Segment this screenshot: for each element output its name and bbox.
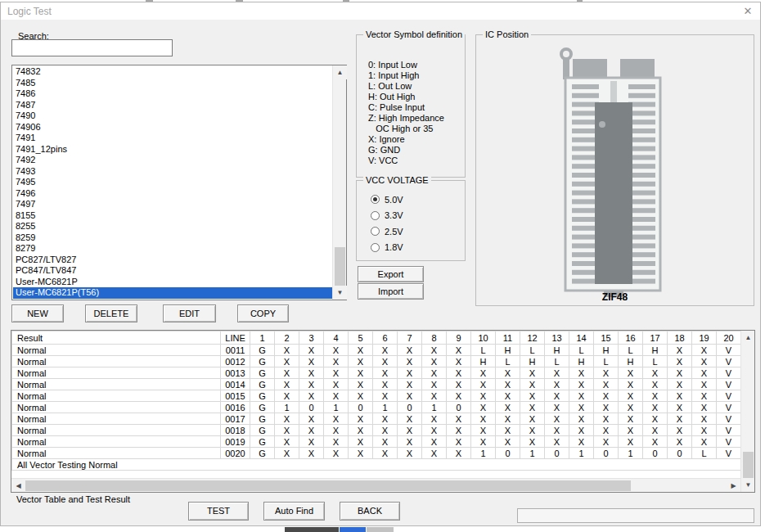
result-row[interactable]: Normal0018GXXXXXXXXXXXXXXXXXXV (12, 425, 741, 436)
vcc-option-5.0V[interactable]: 5.0V (371, 192, 403, 208)
result-cell: 0 (643, 448, 668, 459)
result-row[interactable]: Normal0017GXXXXXXXXXXXXXXXXXXV (12, 413, 741, 425)
result-cell: X (643, 367, 668, 379)
scrollbar-thumb[interactable] (25, 480, 631, 491)
ic-list-scrollbar[interactable]: ▲ ▼ (332, 65, 346, 300)
scroll-left-icon[interactable]: ◀ (11, 479, 25, 493)
result-cell: X (545, 379, 569, 390)
new-button[interactable]: NEW (11, 304, 64, 322)
result-row[interactable]: Normal0014GXXXXXXXXXXXXXXXXXXV (12, 379, 741, 390)
radio-icon[interactable] (371, 195, 380, 204)
delete-button[interactable]: DELETE (85, 304, 137, 322)
scroll-up-icon[interactable]: ▲ (333, 65, 347, 79)
result-cell: L (520, 345, 545, 356)
scroll-down-icon[interactable]: ▼ (741, 478, 755, 492)
ic-list-item[interactable]: 8279 (13, 243, 332, 255)
radio-icon[interactable] (371, 227, 380, 236)
result-cell: X (349, 425, 373, 436)
result-cell: X (594, 390, 619, 402)
result-cell: X (520, 413, 545, 425)
ic-list-item[interactable]: 7490 (13, 110, 332, 122)
result-cell: X (471, 379, 496, 390)
ic-list-item[interactable]: 7491 (13, 133, 332, 144)
result-cell: X (594, 436, 619, 448)
column-header: 5 (349, 331, 373, 345)
socket-label: ZIF48 (476, 291, 754, 303)
ic-list-item[interactable]: User-MC6821P (13, 277, 332, 288)
logic-test-window: Logic Test ✕ Search: 7483274857486748774… (0, 2, 761, 526)
result-row[interactable]: Normal0011GXXXXXXXXLHLHLHLHXXV (12, 345, 741, 356)
radio-icon[interactable] (371, 211, 380, 220)
result-cell: V (717, 413, 741, 425)
result-row[interactable]: Normal0012GXXXXXXXXHLHLHLHLXXV (12, 356, 741, 367)
result-table-hscrollbar[interactable]: ◀ ▶ (11, 478, 740, 492)
ic-list-item[interactable]: 7485 (13, 78, 332, 89)
result-row[interactable]: Normal0015GXXXXXXXXXXXXXXXXXXV (12, 390, 741, 402)
column-header: 2 (275, 331, 299, 345)
ic-list-item[interactable]: 7495 (13, 177, 332, 188)
result-cell: 0 (398, 402, 422, 413)
test-button[interactable]: TEST (188, 502, 249, 521)
result-cell: X (668, 356, 692, 367)
result-cell: L (594, 356, 619, 367)
column-header: 16 (619, 331, 643, 345)
scrollbar-thumb[interactable] (743, 452, 754, 478)
ic-list-item[interactable]: 7496 (13, 188, 332, 200)
radio-icon[interactable] (371, 243, 380, 252)
result-cell: X (643, 413, 668, 425)
ic-list-item[interactable]: 74906 (13, 122, 332, 133)
result-cell: X (471, 425, 496, 436)
column-header: 13 (545, 331, 569, 345)
ic-listbox[interactable]: 7483274857486748774907490674917491_12pin… (11, 65, 347, 300)
vcc-option-2.5V[interactable]: 2.5V (371, 223, 403, 240)
result-cell: V (717, 379, 741, 390)
ic-list-item[interactable]: 74832 (13, 66, 332, 78)
scroll-right-icon[interactable]: ▶ (727, 479, 740, 493)
back-button[interactable]: BACK (340, 502, 400, 521)
ic-list-item[interactable]: 8255 (13, 221, 332, 232)
ic-list-item[interactable]: 8155 (13, 210, 332, 222)
titlebar[interactable]: Logic Test ✕ (1, 2, 760, 20)
result-cell: X (349, 379, 373, 390)
column-header: 15 (594, 331, 619, 345)
ic-list-item[interactable]: 7492 (13, 155, 332, 166)
result-row[interactable]: Normal0016G10101010XXXXXXXXXXV (12, 402, 741, 413)
result-table-vscrollbar[interactable]: ▲ ▼ (740, 331, 754, 492)
ic-list-item[interactable]: 7497 (13, 199, 332, 210)
scrollbar-thumb[interactable] (335, 247, 345, 286)
auto-find-button[interactable]: Auto Find (263, 502, 325, 521)
ic-list-item[interactable]: 7486 (13, 88, 332, 100)
vcc-option-1.8V[interactable]: 1.8V (371, 240, 403, 256)
result-cell: L (692, 448, 717, 459)
result-cell: X (496, 379, 520, 390)
result-cell: V (717, 402, 741, 413)
edit-button[interactable]: EDIT (163, 304, 216, 322)
ic-list-item[interactable]: 7493 (13, 166, 332, 178)
result-cell: X (569, 390, 594, 402)
scroll-up-icon[interactable]: ▲ (741, 331, 755, 345)
copy-button[interactable]: COPY (237, 304, 289, 322)
ic-list-item[interactable]: 8259 (13, 232, 332, 244)
result-cell: 0015 (221, 390, 250, 402)
vcc-option-3.3V[interactable]: 3.3V (371, 208, 403, 224)
result-cell: X (668, 436, 692, 448)
result-cell: X (496, 425, 520, 436)
vector-symbol-line: X: Ignore (368, 134, 444, 145)
result-cell: X (447, 367, 471, 379)
import-button[interactable]: Import (358, 283, 424, 300)
scroll-down-icon[interactable]: ▼ (333, 286, 347, 300)
ic-list-item[interactable]: 7491_12pins (13, 144, 332, 156)
result-row[interactable]: Normal0019GXXXXXXXXXXXXXXXXXXV (12, 436, 741, 448)
vector-symbol-line: C: Pulse Input (368, 102, 444, 113)
search-input[interactable] (11, 39, 173, 56)
ic-list-item[interactable]: PC827/LTV827 (13, 255, 332, 266)
result-cell: 0017 (221, 413, 250, 425)
export-button[interactable]: Export (358, 266, 424, 282)
ic-list-item[interactable]: PC847/LTV847 (13, 265, 332, 277)
close-icon[interactable]: ✕ (740, 4, 755, 19)
ic-list-item[interactable]: User-MC6821P(T56) (13, 287, 332, 299)
result-row[interactable]: Normal0013GXXXXXXXXXXXXXXXXXXV (12, 367, 741, 379)
result-row[interactable]: Normal0020GXXXXXXXX101010100LV (12, 448, 741, 459)
result-cell: X (275, 436, 299, 448)
ic-list-item[interactable]: 7487 (13, 100, 332, 111)
